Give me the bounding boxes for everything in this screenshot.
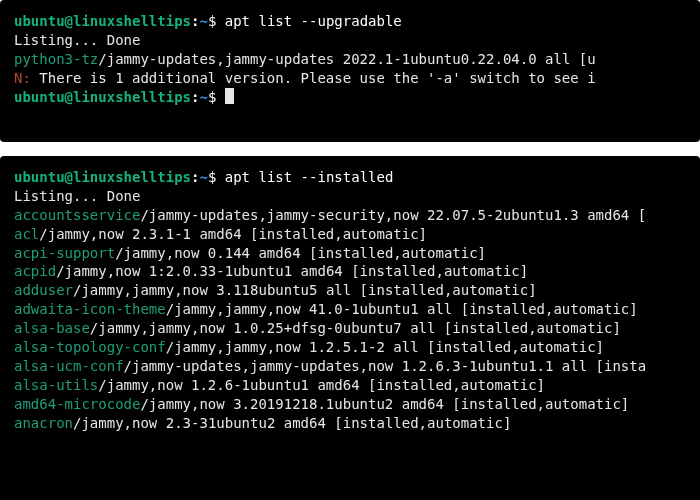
package-name: alsa-base — [14, 320, 90, 336]
prompt-line-idle[interactable]: ubuntu@linuxshelltips:~$ — [14, 88, 690, 107]
package-name: adduser — [14, 282, 73, 298]
command-text: apt list --upgradable — [225, 13, 402, 29]
output-package-line: alsa-ucm-conf/jammy-updates,jammy-update… — [14, 357, 690, 376]
package-detail: /jammy,now 1.2.6-1ubuntu1 amd64 [install… — [98, 377, 545, 393]
output-package-line: adwaita-icon-theme/jammy,jammy,now 41.0-… — [14, 300, 690, 319]
note-tag: N: — [14, 70, 31, 86]
output-package-line: acl/jammy,now 2.3.1-1 amd64 [installed,a… — [14, 225, 690, 244]
output-listing: Listing... Done — [14, 187, 690, 206]
output-package-line: acpi-support/jammy,now 0.144 amd64 [inst… — [14, 244, 690, 263]
screenshot: ubuntu@linuxshelltips:~$ apt list --upgr… — [0, 0, 700, 500]
output-package-line: accountsservice/jammy-updates,jammy-secu… — [14, 206, 690, 225]
package-detail: /jammy-updates,jammy-updates,now 1.2.6.3… — [124, 358, 647, 374]
package-detail: /jammy,jammy,now 1.2.5.1-2 all [installe… — [166, 339, 604, 355]
package-name: alsa-topology-conf — [14, 339, 166, 355]
output-package-line: adduser/jammy,jammy,now 3.118ubuntu5 all… — [14, 281, 690, 300]
note-text: There is 1 additional version. Please us… — [31, 70, 596, 86]
package-name: alsa-ucm-conf — [14, 358, 124, 374]
output-package-line: acpid/jammy,now 1:2.0.33-1ubuntu1 amd64 … — [14, 262, 690, 281]
terminal-upgradable[interactable]: ubuntu@linuxshelltips:~$ apt list --upgr… — [0, 0, 700, 142]
output-package-line: python3-tz/jammy-updates,jammy-updates 2… — [14, 50, 690, 69]
package-name: anacron — [14, 415, 73, 431]
package-name: amd64-microcode — [14, 396, 140, 412]
package-list: accountsservice/jammy-updates,jammy-secu… — [14, 206, 690, 433]
package-detail: /jammy,jammy,now 1.0.25+dfsg-0ubuntu7 al… — [90, 320, 621, 336]
package-detail: /jammy,now 3.20191218.1ubuntu2 amd64 [in… — [140, 396, 629, 412]
package-detail: /jammy-updates,jammy-updates 2022.1-1ubu… — [98, 51, 595, 67]
output-listing: Listing... Done — [14, 31, 690, 50]
output-note-line: N: There is 1 additional version. Please… — [14, 69, 690, 88]
output-package-line: amd64-microcode/jammy,now 3.20191218.1ub… — [14, 395, 690, 414]
package-name: adwaita-icon-theme — [14, 301, 166, 317]
prompt-dollar: $ — [208, 13, 225, 29]
output-package-line: alsa-utils/jammy,now 1.2.6-1ubuntu1 amd6… — [14, 376, 690, 395]
cursor-icon — [225, 88, 234, 104]
package-detail: /jammy-updates,jammy-security,now 22.07.… — [140, 207, 646, 223]
package-name: acpid — [14, 263, 56, 279]
prompt-host: linuxshelltips — [73, 13, 191, 29]
package-name: accountsservice — [14, 207, 140, 223]
command-text: apt list --installed — [225, 169, 394, 185]
package-detail: /jammy,now 0.144 amd64 [installed,automa… — [115, 245, 486, 261]
output-package-line: anacron/jammy,now 2.3-31ubuntu2 amd64 [i… — [14, 414, 690, 433]
prompt-line[interactable]: ubuntu@linuxshelltips:~$ apt list --inst… — [14, 168, 690, 187]
output-package-line: alsa-topology-conf/jammy,jammy,now 1.2.5… — [14, 338, 690, 357]
package-name: python3-tz — [14, 51, 98, 67]
prompt-at: @ — [65, 13, 73, 29]
package-name: alsa-utils — [14, 377, 98, 393]
prompt-line[interactable]: ubuntu@linuxshelltips:~$ apt list --upgr… — [14, 12, 690, 31]
package-detail: /jammy,jammy,now 3.118ubuntu5 all [insta… — [73, 282, 537, 298]
prompt-path: ~ — [199, 13, 207, 29]
package-detail: /jammy,now 2.3.1-1 amd64 [installed,auto… — [39, 226, 427, 242]
package-detail: /jammy,now 1:2.0.33-1ubuntu1 amd64 [inst… — [56, 263, 528, 279]
package-detail: /jammy,now 2.3-31ubuntu2 amd64 [installe… — [73, 415, 511, 431]
output-package-line: alsa-base/jammy,jammy,now 1.0.25+dfsg-0u… — [14, 319, 690, 338]
package-name: acpi-support — [14, 245, 115, 261]
terminal-installed[interactable]: ubuntu@linuxshelltips:~$ apt list --inst… — [0, 156, 700, 500]
package-name: acl — [14, 226, 39, 242]
package-detail: /jammy,jammy,now 41.0-1ubuntu1 all [inst… — [166, 301, 638, 317]
prompt-user: ubuntu — [14, 13, 65, 29]
